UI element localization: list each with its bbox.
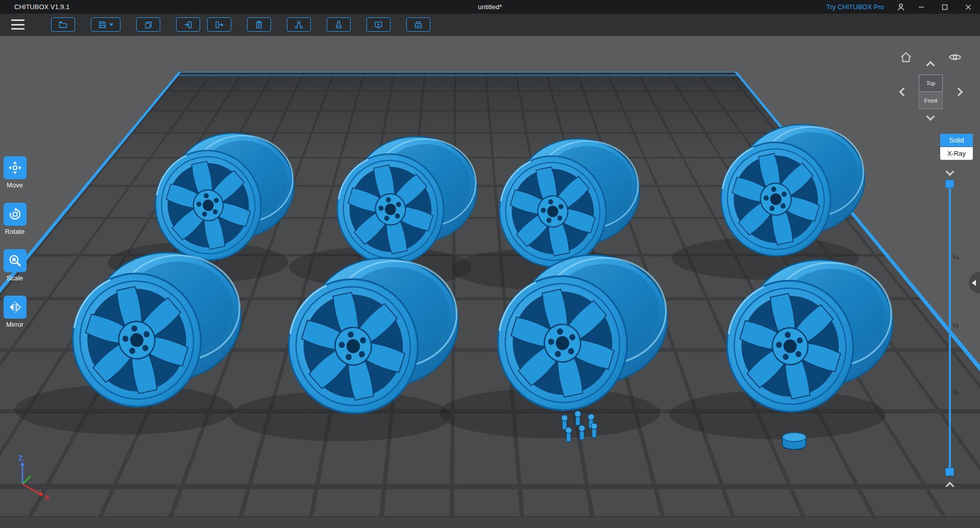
copy-icon bbox=[144, 20, 153, 29]
export-icon bbox=[215, 20, 224, 29]
export-button[interactable] bbox=[207, 17, 231, 32]
open-file-button[interactable] bbox=[51, 17, 75, 32]
resin-flask-icon bbox=[334, 20, 343, 29]
save-dropdown-icon[interactable] bbox=[109, 23, 113, 26]
move-tool-button[interactable]: Move bbox=[1, 156, 29, 189]
model-wheel-8[interactable] bbox=[670, 260, 893, 439]
mirror-tool-label: Mirror bbox=[6, 321, 23, 328]
view-cube-top-face[interactable]: Top bbox=[919, 75, 943, 92]
view-cube-front-label: Front bbox=[924, 98, 938, 104]
printer-icon bbox=[414, 20, 423, 29]
view-cube[interactable]: Top Front bbox=[919, 75, 943, 109]
model-screw[interactable] bbox=[575, 411, 581, 425]
scale-tool-label: Scale bbox=[7, 274, 23, 282]
viewport-3d[interactable]: Z X bbox=[0, 36, 980, 516]
mirror-icon bbox=[8, 300, 22, 314]
supports-button[interactable] bbox=[287, 17, 311, 32]
rotate-tool-button[interactable]: Rotate bbox=[1, 203, 29, 235]
title-bar: CHITUBOX V1.9.1 untitled* Try CHITUBOX P… bbox=[0, 0, 980, 14]
model-screw[interactable] bbox=[591, 423, 598, 438]
hamburger-menu-icon bbox=[11, 28, 24, 30]
layer-slider-track[interactable] bbox=[949, 183, 951, 472]
axis-x-label: X bbox=[45, 494, 50, 502]
resin-button[interactable] bbox=[327, 17, 351, 32]
app-title: CHITUBOX V1.9.1 bbox=[14, 3, 69, 11]
hamburger-menu-icon bbox=[11, 24, 24, 26]
clipboard-button[interactable] bbox=[247, 17, 271, 32]
slider-quarter-label: ¼ bbox=[952, 252, 959, 261]
save-button[interactable] bbox=[91, 17, 120, 32]
solid-mode-label: Solid bbox=[949, 136, 964, 144]
xray-mode-label: X-Ray bbox=[947, 150, 966, 157]
maximize-icon bbox=[942, 4, 948, 10]
import-icon bbox=[184, 20, 192, 29]
model-cylinder[interactable] bbox=[782, 433, 806, 449]
render-mode-solid-button[interactable]: Solid bbox=[940, 134, 973, 147]
transform-tool-panel: Move Rotate Scale bbox=[1, 156, 29, 328]
maximize-button[interactable] bbox=[933, 0, 957, 14]
scale-tool-button[interactable]: Scale bbox=[1, 249, 29, 282]
model-wheel-4[interactable] bbox=[672, 125, 865, 280]
display-icon bbox=[374, 20, 383, 29]
user-account-button[interactable] bbox=[892, 0, 910, 14]
printer-button[interactable] bbox=[406, 17, 430, 32]
model-screw[interactable] bbox=[579, 425, 585, 440]
close-icon bbox=[965, 4, 971, 10]
flyout-arrow-icon bbox=[972, 280, 976, 286]
move-tool-label: Move bbox=[7, 181, 23, 189]
home-icon bbox=[900, 52, 912, 63]
folder-open-icon bbox=[59, 20, 67, 29]
axes-gizmo: Z X bbox=[18, 454, 50, 502]
move-icon bbox=[8, 161, 22, 175]
mirror-tool-button[interactable]: Mirror bbox=[1, 296, 29, 328]
try-pro-link[interactable]: Try CHITUBOX Pro bbox=[826, 3, 884, 11]
visibility-button[interactable] bbox=[947, 51, 963, 63]
import-button[interactable] bbox=[176, 17, 200, 32]
rotate-icon bbox=[8, 207, 22, 221]
status-bar bbox=[0, 516, 980, 528]
view-cube-front-face[interactable]: Front bbox=[919, 92, 943, 109]
home-view-button[interactable] bbox=[898, 50, 914, 64]
minimize-button[interactable] bbox=[910, 0, 933, 14]
render-mode-xray-button[interactable]: X-Ray bbox=[940, 147, 973, 160]
copy-button[interactable] bbox=[136, 17, 160, 32]
slider-half-label: ½ bbox=[952, 321, 959, 329]
menu-button[interactable] bbox=[11, 19, 24, 30]
save-icon bbox=[98, 20, 107, 29]
view-cube-top-label: Top bbox=[926, 80, 936, 86]
layer-slider-handle-top[interactable] bbox=[945, 180, 954, 188]
model-wheel-6[interactable] bbox=[230, 258, 458, 441]
main-toolbar bbox=[0, 14, 980, 36]
slider-threequarter-label: ¾ bbox=[952, 388, 959, 397]
supports-icon bbox=[295, 20, 303, 29]
axis-z-label: Z bbox=[18, 454, 23, 462]
hamburger-menu-icon bbox=[11, 19, 24, 21]
clipboard-icon bbox=[255, 20, 263, 29]
model-wheel-5[interactable] bbox=[15, 253, 241, 435]
scene-models: Z X bbox=[0, 36, 980, 516]
display-button[interactable] bbox=[366, 17, 390, 32]
close-button[interactable] bbox=[957, 0, 980, 14]
user-icon bbox=[897, 3, 905, 11]
rotate-tool-label: Rotate bbox=[5, 228, 24, 235]
scale-icon bbox=[8, 254, 22, 268]
minimize-icon bbox=[918, 4, 924, 10]
eye-icon bbox=[948, 53, 962, 62]
layer-slider-handle-bottom[interactable] bbox=[945, 468, 954, 476]
model-screw[interactable] bbox=[566, 427, 572, 442]
